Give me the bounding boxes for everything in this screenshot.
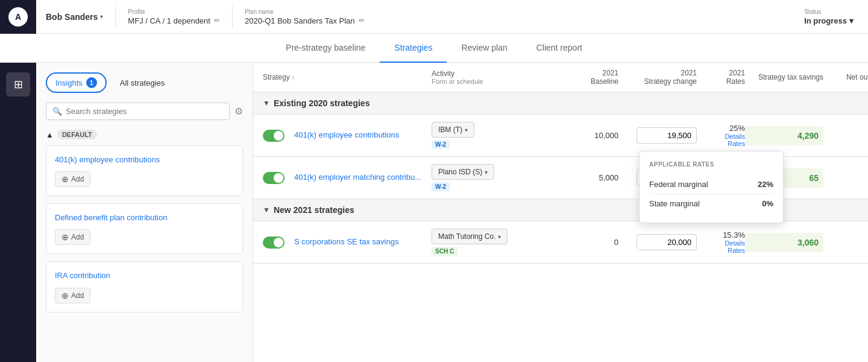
rates-state-label: State marginal [649, 199, 700, 208]
row1-change-cell [618, 127, 697, 144]
status-label: Status [804, 8, 854, 15]
th-rates: 2021 Rates [697, 69, 745, 86]
row3-oop-value: 0 [823, 234, 868, 243]
entity-chevron-icon-3: ▾ [498, 233, 501, 240]
collapse-existing-icon: ▼ [263, 99, 270, 107]
row2-oop-cell: 0 Details [823, 170, 868, 186]
tab-review-plan[interactable]: Review plan [447, 34, 521, 63]
nav-grid-icon[interactable]: ⊞ [6, 72, 30, 97]
tab-client-report[interactable]: Client report [522, 34, 597, 63]
row1-strategy-name[interactable]: 401(k) employee contributions [294, 130, 399, 141]
section-existing-title: Existing 2020 strategies [274, 98, 370, 108]
row2-oop-details-link[interactable]: Details [823, 179, 868, 186]
all-strategies-button[interactable]: All strategies [112, 75, 173, 91]
insights-button[interactable]: Insights 1 [46, 72, 107, 93]
row1-name-cell: 401(k) employee contributions [263, 130, 432, 142]
row3-activity-cell: Math Tutoring Co. ▾ SCH C [432, 229, 552, 256]
plan-value: 2020-Q1 Bob Sanders Tax Plan ✏ [245, 16, 365, 25]
row2-strategy-name[interactable]: 401(k) employer matching contribu... [294, 172, 421, 183]
search-input-wrap: 🔍 [46, 103, 230, 120]
row1-toggle[interactable] [263, 130, 285, 142]
th-activity: Activity Form or schedule [432, 69, 552, 85]
rates-tooltip: APPLICABLE RATES Federal marginal 22% St… [639, 151, 784, 223]
row2-activity-cell: Plano ISD (S) ▾ W-2 [432, 164, 552, 191]
section-existing-header[interactable]: ▼ Existing 2020 strategies [253, 92, 868, 115]
sidebar: Insights 1 All strategies 🔍 ⚙ ▲ DEFAULT [36, 63, 253, 362]
row3-savings-value: 3,060 [750, 238, 819, 247]
row3-strategy-name[interactable]: S corporations SE tax savings [294, 237, 398, 247]
rates-federal-row: Federal marginal 22% [649, 175, 773, 194]
user-name: Bob Sanders [46, 12, 98, 22]
strategy-card-title-2[interactable]: Defined benefit plan contribution [55, 212, 234, 223]
row3-oop-cell: 0 Details [823, 234, 868, 250]
row1-oop-value: 15,210 [823, 127, 868, 136]
add-defined-benefit-button[interactable]: ⊕ Add [55, 229, 90, 245]
gear-icon[interactable]: ⚙ [234, 106, 243, 117]
rates-federal-value: 22% [758, 180, 773, 189]
row3-oop-details-link[interactable]: Details [823, 243, 868, 250]
user-chevron-icon: ▾ [100, 13, 103, 20]
row2-toggle[interactable] [263, 172, 285, 184]
strategy-card-ira: IRA contribution ⊕ Add [46, 261, 243, 312]
row3-details-link[interactable]: Details [697, 240, 745, 247]
row1-savings-cell: 4,290 [745, 126, 823, 145]
row1-change-input[interactable] [637, 127, 697, 144]
logo-area: A [0, 0, 36, 34]
status-badge[interactable]: In progress ▾ [804, 16, 854, 25]
row1-rates-link[interactable]: Rates [697, 140, 745, 147]
row3-toggle[interactable] [263, 237, 285, 249]
status-chevron-icon: ▾ [849, 16, 854, 25]
collapse-section-icon: ▲ [46, 130, 54, 139]
strategy-sort-icon[interactable]: ↕ [292, 74, 295, 81]
th-savings: Strategy tax savings [745, 73, 823, 81]
main-layout: ⊞ Insights 1 All strategies 🔍 ⚙ [0, 63, 868, 362]
profile-section: Profile MFJ / CA / 1 dependent ✏ [128, 8, 220, 25]
divider-2 [232, 6, 233, 28]
strategy-card-401k-employee: 401(k) employee contributions ⊕ Add [46, 145, 243, 196]
plan-edit-icon[interactable]: ✏ [359, 16, 365, 25]
add-circle-icon-2: ⊕ [61, 232, 69, 242]
th-strategy: Strategy ↕ [263, 73, 432, 81]
search-row: 🔍 ⚙ [46, 103, 243, 120]
add-ira-button[interactable]: ⊕ Add [55, 288, 90, 303]
plan-section: Plan name 2020-Q1 Bob Sanders Tax Plan ✏ [245, 8, 365, 25]
search-icon: 🔍 [52, 107, 62, 116]
row1-baseline: 10,000 [552, 131, 618, 140]
row3-rate-cell: 15.3% Details Rates [697, 230, 745, 254]
row1-entity-button[interactable]: IBM (T) ▾ [432, 122, 474, 138]
row1-rate-cell: 25% Details Rates [697, 124, 745, 147]
table-row: 401(k) employee contributions IBM (T) ▾ … [253, 115, 868, 157]
row2-entity-button[interactable]: Plano ISD (S) ▾ [432, 164, 494, 180]
table-header: Strategy ↕ Activity Form or schedule 202… [253, 63, 868, 92]
row2-baseline: 5,000 [552, 173, 618, 182]
profile-edit-icon[interactable]: ✏ [214, 16, 220, 25]
add-401k-employee-button[interactable]: ⊕ Add [55, 171, 90, 187]
collapse-new-icon: ▼ [263, 206, 270, 214]
insights-label: Insights [55, 78, 83, 87]
search-input[interactable] [66, 107, 223, 116]
row3-entity-button[interactable]: Math Tutoring Co. ▾ [432, 229, 508, 244]
left-nav: ⊞ [0, 63, 36, 362]
user-section[interactable]: Bob Sanders ▾ [46, 12, 103, 22]
row3-name-cell: S corporations SE tax savings [263, 237, 432, 249]
strategy-card-title[interactable]: 401(k) employee contributions [55, 154, 234, 165]
row1-activity-cell: IBM (T) ▾ W-2 [432, 122, 552, 149]
row1-oop-details-link[interactable]: Details [823, 136, 868, 144]
rates-state-row: State marginal 0% [649, 194, 773, 213]
section-label-text: DEFAULT [57, 130, 97, 139]
th-baseline: 2021 Baseline [552, 69, 618, 86]
strategy-card-title-3[interactable]: IRA contribution [55, 270, 234, 281]
row1-details-link[interactable]: Details [697, 133, 745, 140]
divider-1 [115, 6, 116, 28]
tab-strategies[interactable]: Strategies [380, 34, 447, 63]
top-header: A Bob Sanders ▾ Profile MFJ / CA / 1 dep… [0, 0, 868, 34]
strategy-card-defined-benefit: Defined benefit plan contribution ⊕ Add [46, 203, 243, 254]
row2-name-cell: 401(k) employer matching contribu... [263, 172, 432, 184]
row1-rate-value: 25% [697, 124, 745, 133]
th-oop: Net out-of-pocket [823, 73, 868, 81]
tab-pre-strategy[interactable]: Pre-strategy baseline [271, 34, 380, 63]
row3-rates-link[interactable]: Rates [697, 247, 745, 254]
status-section: Status In progress ▾ [804, 8, 854, 25]
row3-change-input[interactable] [637, 234, 697, 250]
logo-icon: A [8, 7, 28, 27]
